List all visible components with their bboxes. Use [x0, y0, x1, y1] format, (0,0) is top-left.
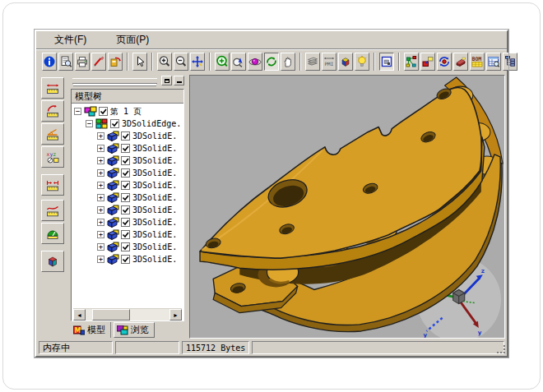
panel-hide-button[interactable]	[174, 76, 184, 85]
curve-dimension-icon	[45, 204, 60, 218]
pan-button[interactable]	[190, 53, 205, 71]
tree-item-solid[interactable]: + 3DSolidE.	[72, 228, 183, 241]
expand-icon[interactable]: +	[97, 256, 104, 263]
expand-icon[interactable]: +	[97, 157, 104, 164]
expand-icon[interactable]: +	[97, 243, 104, 251]
tree-item-solid[interactable]: + 3DSolidE.	[72, 167, 183, 179]
hand-button[interactable]	[281, 53, 295, 71]
visibility-checkbox[interactable]	[121, 131, 130, 141]
solid-node-icon	[107, 192, 119, 203]
tree-item-solid[interactable]: + 3DSolidE.	[72, 154, 183, 167]
zoom-out-button[interactable]	[174, 53, 188, 71]
layers-button[interactable]	[305, 53, 320, 71]
viewport-3d[interactable]: z y x y	[189, 75, 505, 339]
rotate-icon	[265, 55, 278, 68]
tree-view-button[interactable]	[503, 53, 517, 71]
svg-text:M: M	[75, 327, 81, 334]
visibility-checkbox[interactable]	[121, 156, 130, 165]
volume-measure-button[interactable]	[41, 251, 64, 272]
tree-item-solid[interactable]: + 3DSolidE.	[72, 142, 183, 154]
move-part-button[interactable]	[420, 53, 435, 71]
export-button[interactable]	[108, 53, 123, 71]
collapse-icon[interactable]: −	[86, 120, 93, 127]
light-button[interactable]	[355, 53, 369, 71]
print-preview-button[interactable]	[58, 53, 73, 71]
tab-browse[interactable]: 浏览	[114, 322, 155, 338]
resize-grip[interactable]	[496, 344, 506, 354]
tree-item-solid[interactable]: + 3DSolidE.	[72, 130, 183, 142]
view-cube-button[interactable]	[338, 53, 353, 71]
linear-dimension-button[interactable]	[41, 77, 64, 99]
table-view-button[interactable]	[486, 53, 501, 71]
visibility-checkbox[interactable]	[99, 107, 108, 116]
tree-item-solid[interactable]: + 3DSolidE.	[72, 204, 183, 216]
zoom-cursor-button[interactable]	[231, 53, 246, 71]
visibility-checkbox[interactable]	[121, 218, 130, 227]
part-view-button[interactable]	[453, 53, 468, 71]
expand-icon[interactable]: +	[97, 132, 104, 140]
tree-item-assembly[interactable]: − 3DSolidEdge.	[72, 118, 183, 130]
distance-dimension-button[interactable]	[41, 174, 64, 196]
orbit-button[interactable]	[248, 53, 262, 71]
panel-grip[interactable]	[72, 78, 157, 84]
visibility-checkbox[interactable]	[121, 181, 130, 190]
menu-page[interactable]: 页面(P)	[113, 31, 152, 48]
collapse-icon[interactable]: −	[74, 108, 81, 115]
assembly-node-icon	[95, 118, 109, 129]
zoom-out-icon	[174, 55, 188, 68]
tree-item-solid[interactable]: + 3DSolidE.	[72, 191, 183, 204]
assembly-tree-button[interactable]	[404, 53, 419, 71]
info-button[interactable]	[42, 53, 57, 71]
tree-horizontal-scrollbar[interactable]: ◄ ►	[73, 308, 182, 321]
visibility-checkbox[interactable]	[121, 255, 130, 264]
radius-dimension-button[interactable]	[41, 100, 64, 122]
svg-text:PMI: PMI	[325, 61, 334, 67]
expand-icon[interactable]: +	[97, 182, 104, 189]
bom-button[interactable]: BOM	[470, 53, 485, 71]
tree-item-solid[interactable]: + 3DSolidE.	[72, 179, 183, 191]
solid-node-icon	[107, 131, 119, 141]
tree-item-solid[interactable]: + 3DSolidE.	[72, 253, 183, 265]
tab-model[interactable]: M 模型	[71, 322, 111, 338]
visibility-checkbox[interactable]	[121, 193, 130, 202]
gauge-measure-button[interactable]	[41, 223, 64, 244]
visibility-checkbox[interactable]	[121, 242, 130, 251]
tree-item-solid[interactable]: + 3DSolidE.	[72, 241, 183, 253]
scroll-right-button[interactable]: ►	[169, 309, 182, 321]
expand-icon[interactable]: +	[97, 219, 104, 226]
visibility-checkbox[interactable]	[121, 144, 130, 153]
rotate-button[interactable]	[264, 53, 279, 71]
panel-float-button[interactable]	[161, 76, 172, 85]
visibility-checkbox[interactable]	[121, 168, 130, 178]
visibility-checkbox[interactable]	[110, 119, 119, 128]
zoom-window-button[interactable]	[215, 53, 230, 71]
tree-item-solid[interactable]: + 3DSolidE.	[72, 216, 183, 228]
pmi-button[interactable]: PMI	[322, 53, 336, 71]
angle-dimension-button[interactable]	[41, 123, 64, 145]
expand-icon[interactable]: +	[97, 231, 104, 238]
distance-dimension-icon	[45, 178, 60, 192]
curve-dimension-button[interactable]	[41, 200, 64, 221]
select-button[interactable]	[132, 53, 147, 71]
solid-node-icon	[107, 143, 119, 154]
print-button[interactable]	[75, 53, 90, 71]
expand-icon[interactable]: +	[97, 194, 104, 201]
annotate-button[interactable]	[91, 53, 106, 71]
panel-titlebar[interactable]	[69, 74, 186, 87]
visibility-checkbox[interactable]	[121, 230, 130, 239]
expand-icon[interactable]: +	[97, 206, 104, 214]
visibility-checkbox[interactable]	[121, 205, 130, 214]
scroll-left-button[interactable]: ◄	[73, 309, 86, 321]
solid-node-icon	[107, 242, 119, 252]
scroll-thumb[interactable]	[92, 309, 130, 321]
zoom-in-button[interactable]	[157, 53, 172, 71]
expand-icon[interactable]: +	[97, 145, 104, 152]
expand-icon[interactable]: +	[97, 169, 104, 177]
render-mode-button[interactable]	[379, 53, 394, 71]
move-part-icon	[421, 55, 434, 68]
rotate-part-button[interactable]	[437, 53, 452, 71]
tree-item-page[interactable]: − 第 1 页	[72, 105, 183, 118]
panel-tabs: M 模型 浏览	[69, 321, 186, 339]
menu-file[interactable]: 文件(F)	[51, 31, 90, 48]
coordinate-dimension-button[interactable]: xyz	[41, 146, 64, 168]
